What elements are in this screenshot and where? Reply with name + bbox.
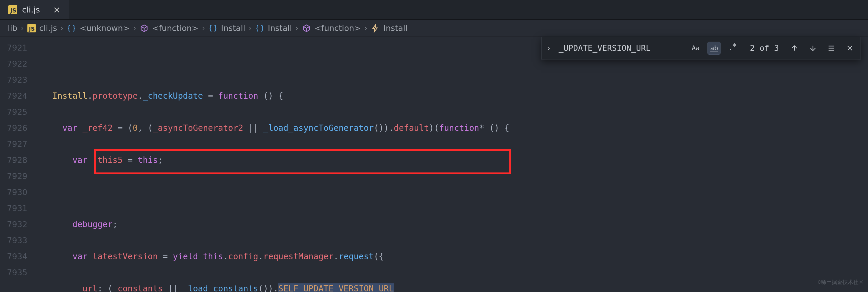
chevron-right-icon: ›	[61, 24, 64, 32]
chevron-right-icon: ›	[364, 24, 367, 32]
chevron-right-icon: ›	[296, 24, 299, 32]
find-next-button[interactable]	[806, 42, 819, 55]
line-number: 7921	[0, 40, 33, 56]
code-line: var latestVersion = yield this.config.re…	[33, 249, 868, 265]
js-file-icon: JS	[8, 5, 17, 14]
line-number: 7932	[0, 216, 33, 232]
line-number: 7935	[0, 265, 33, 281]
crumb-unknown[interactable]: <unknown>	[80, 24, 130, 33]
chevron-right-icon: ›	[21, 24, 24, 32]
line-number: 7922	[0, 56, 33, 72]
line-number: 7927	[0, 136, 33, 152]
tab-filename: cli.js	[22, 5, 40, 14]
code-area[interactable]: Install.prototype._checkUpdate = functio…	[33, 37, 868, 292]
code-line: debugger;	[33, 216, 868, 232]
crumb-install2[interactable]: Install	[268, 24, 292, 33]
chevron-right-icon[interactable]: ›	[544, 40, 553, 56]
namespace-icon	[255, 24, 264, 33]
find-position: 2 of 3	[750, 40, 779, 56]
close-icon[interactable]	[843, 42, 857, 55]
find-input[interactable]: _UPDATE_VERSION_URL	[559, 40, 684, 56]
namespace-icon	[67, 24, 76, 33]
crumb-install1[interactable]: Install	[221, 24, 245, 33]
line-number: 7926	[0, 120, 33, 136]
js-file-icon: JS	[27, 24, 36, 32]
namespace-icon	[209, 24, 217, 33]
line-number: 7930	[0, 184, 33, 200]
tab-cli-js[interactable]: JS cli.js ×	[0, 0, 69, 19]
find-previous-button[interactable]	[788, 42, 801, 55]
chevron-right-icon: ›	[202, 24, 205, 32]
code-line: Install.prototype._checkUpdate = functio…	[33, 88, 868, 104]
chevron-right-icon: ›	[249, 24, 252, 32]
code-line: var _this5 = this;	[33, 152, 868, 168]
method-icon	[140, 24, 149, 33]
watermark: ©稀土掘金技术社区	[818, 274, 864, 290]
event-icon	[371, 24, 380, 33]
close-icon[interactable]: ×	[53, 4, 60, 15]
editor[interactable]: 7921 7922 7923 7924 7925 7926 7927 7928 …	[0, 37, 868, 292]
tab-bar: JS cli.js ×	[0, 0, 868, 20]
crumb-file[interactable]: cli.js	[39, 24, 57, 33]
line-number: 7923	[0, 72, 33, 88]
code-line	[33, 184, 868, 200]
find-in-selection-button[interactable]	[825, 42, 838, 55]
crumb-fn1[interactable]: <function>	[152, 24, 199, 33]
line-number: 7924	[0, 88, 33, 104]
find-widget: › _UPDATE_VERSION_URL Aa ab .* 2 of 3	[541, 37, 861, 60]
crumb-install3[interactable]: Install	[383, 24, 407, 33]
crumb-fn2[interactable]: <function>	[315, 24, 361, 33]
line-number: 7929	[0, 168, 33, 184]
code-line: url: (_constants || _load_constants()).S…	[33, 281, 868, 292]
line-number: 7931	[0, 200, 33, 216]
line-number: 7933	[0, 232, 33, 249]
regex-toggle[interactable]: .*	[726, 42, 739, 55]
breadcrumb: lib › JS cli.js › <unknown> › <function>…	[0, 20, 868, 37]
line-gutter: 7921 7922 7923 7924 7925 7926 7927 7928 …	[0, 37, 33, 292]
method-icon	[302, 24, 311, 33]
line-number: 7928	[0, 152, 33, 168]
line-number: 7934	[0, 249, 33, 265]
chevron-right-icon: ›	[133, 24, 136, 32]
line-number: 7925	[0, 104, 33, 120]
search-match: SELF_UPDATE_VERSION_URL	[278, 283, 394, 292]
crumb-lib[interactable]: lib	[8, 24, 17, 33]
match-whole-word-toggle[interactable]: ab	[708, 42, 720, 55]
match-case-toggle[interactable]: Aa	[689, 42, 702, 55]
code-line: var _ref42 = (0, (_asyncToGenerator2 || …	[33, 120, 868, 136]
